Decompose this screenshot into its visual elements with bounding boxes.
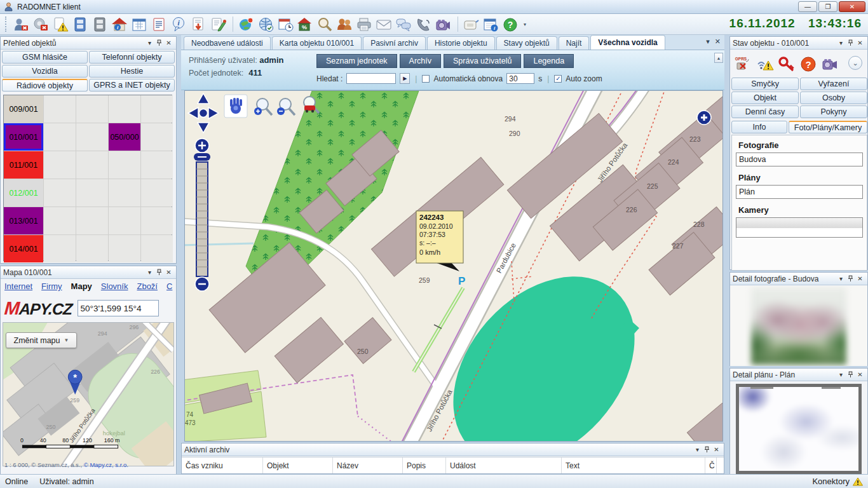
document-download-icon[interactable]	[189, 16, 207, 33]
object-cell-empty[interactable]	[141, 95, 173, 123]
info-balloon-icon[interactable]: i	[170, 16, 187, 33]
panel-caret-icon[interactable]: ▾	[836, 370, 846, 379]
state-button-2[interactable]: Vyřazení	[800, 78, 867, 90]
panel-pin-icon[interactable]	[846, 274, 855, 283]
auto-zoom-checkbox[interactable]: ✓	[554, 75, 562, 83]
mapycz-logo[interactable]: MAPY.CZ	[4, 298, 73, 319]
globe-check-icon[interactable]	[257, 16, 274, 33]
panel-caret-icon[interactable]: ▾	[693, 445, 702, 454]
state-tab-1[interactable]: Info	[731, 121, 787, 133]
archive-blue-icon[interactable]	[71, 16, 88, 33]
expand-chevron-button[interactable]: ⌄	[848, 56, 862, 70]
phone-icon[interactable]	[414, 16, 431, 33]
object-cell-empty[interactable]	[141, 151, 173, 179]
calendar-info-icon[interactable]: i	[482, 16, 499, 33]
object-cell-empty[interactable]	[76, 179, 108, 207]
object-photo[interactable]	[751, 287, 846, 365]
mapycz-link-6[interactable]: C	[166, 281, 172, 291]
object-cell-empty[interactable]	[109, 179, 140, 207]
objects-tab-4[interactable]: Hestie	[89, 65, 175, 78]
auto-refresh-checkbox[interactable]	[422, 75, 430, 83]
object-cell-empty[interactable]	[76, 235, 108, 262]
document-edit-icon[interactable]	[209, 16, 226, 33]
vehicle-tooltip[interactable]: 242243 09.02.2010 07:37:53 s: –:– 0 km/h	[416, 211, 463, 271]
panel-close-icon[interactable]: ✕	[164, 39, 173, 48]
calendar-clock-icon[interactable]	[276, 16, 294, 33]
chat-bubbles-icon[interactable]	[395, 16, 412, 33]
archive-gray-icon[interactable]	[91, 16, 108, 33]
state-button-6[interactable]: Pokyny	[800, 105, 867, 118]
panel-close-icon[interactable]: ✕	[712, 445, 721, 454]
status-question-icon[interactable]: ?	[799, 54, 818, 73]
object-cell-empty[interactable]	[76, 207, 108, 234]
center-tab-6[interactable]: Najít	[559, 36, 590, 50]
printer-icon[interactable]	[355, 16, 372, 33]
object-cell-empty[interactable]	[44, 235, 76, 262]
change-map-button[interactable]: Změnit mapu▼	[6, 332, 77, 348]
mail-envelope-icon[interactable]	[375, 16, 392, 33]
archive-column-4[interactable]: Popis	[403, 458, 446, 473]
panel-pin-icon[interactable]	[846, 370, 855, 379]
panel-close-icon[interactable]: ✕	[164, 268, 173, 277]
center-tab-4[interactable]: Historie objektu	[427, 36, 495, 50]
mapycz-link[interactable]: © Mapy.cz, s.r.o.	[84, 461, 128, 468]
map-zoom-slider[interactable]	[194, 139, 210, 291]
panel-caret-icon[interactable]: ▾	[836, 39, 846, 48]
objects-tab-2[interactable]: Telefonní objekty	[89, 51, 175, 64]
report-document-icon[interactable]	[150, 16, 167, 33]
state-tab-2[interactable]: Foto/Plány/Kamery	[789, 121, 867, 133]
search-icon[interactable]	[316, 16, 333, 33]
panel-caret-icon[interactable]: ▾	[836, 274, 846, 283]
panel-pin-icon[interactable]	[154, 268, 164, 277]
object-cell-009/001[interactable]: 009/001	[4, 95, 43, 123]
archive-column-6[interactable]: Text	[562, 458, 705, 473]
tab-pin-icon[interactable]: ▾	[706, 37, 710, 46]
object-cell-empty[interactable]	[76, 123, 108, 151]
mapycz-link-5[interactable]: Zboží	[137, 281, 158, 291]
sound-mute-icon[interactable]	[32, 16, 49, 33]
object-plan[interactable]	[736, 384, 862, 474]
state-button-3[interactable]: Objekt	[731, 92, 799, 104]
photo-list-item[interactable]: Budova	[736, 152, 863, 166]
camera-purple-icon[interactable]	[820, 54, 839, 73]
center-tab-5[interactable]: Stavy objektů	[496, 36, 557, 50]
home-percent-icon[interactable]: %	[296, 16, 313, 33]
state-button-1[interactable]: Smyčky	[731, 78, 799, 90]
center-tab-7[interactable]: Všechna vozidla	[590, 35, 665, 50]
keyboard-key-icon[interactable]	[462, 16, 479, 33]
header-button-3[interactable]: Správa uživatelů	[444, 54, 521, 68]
object-cell-empty[interactable]	[76, 95, 108, 123]
panel-close-icon[interactable]: ✕	[855, 274, 865, 283]
signal-warning-icon[interactable]	[756, 54, 775, 73]
globe-marker-icon[interactable]	[237, 16, 254, 33]
object-cell-010/001[interactable]: 010/001	[4, 123, 43, 151]
center-tab-2[interactable]: Karta objektu 010/001	[272, 36, 362, 50]
connectors-status[interactable]: Konektory	[812, 477, 863, 486]
plan-list-item[interactable]: Plán	[736, 185, 863, 199]
object-cell-empty[interactable]	[44, 179, 76, 207]
minimize-button[interactable]: —	[798, 1, 817, 12]
panel-close-icon[interactable]: ✕	[855, 39, 865, 48]
users-icon[interactable]	[336, 16, 353, 33]
object-cell-empty[interactable]	[141, 235, 173, 262]
archive-column-5[interactable]: Událost	[446, 458, 562, 473]
object-cell-empty[interactable]	[141, 123, 173, 151]
object-cell-empty[interactable]	[141, 179, 173, 207]
header-button-4[interactable]: Legenda	[524, 54, 574, 68]
objects-tab-3[interactable]: Vozidla	[2, 65, 88, 78]
objects-tab-5[interactable]: Rádiové objekty	[2, 79, 88, 92]
object-cell-empty[interactable]	[76, 151, 108, 179]
objects-tab-1[interactable]: GSM hlásiče	[2, 51, 88, 64]
close-button[interactable]: ✕	[839, 1, 865, 12]
gprs-error-icon[interactable]: GPRS	[734, 54, 753, 73]
calendar-grid-icon[interactable]	[130, 16, 147, 33]
object-cell-empty[interactable]	[141, 207, 173, 234]
coordinates-input[interactable]: 50°3'1,599 15°4	[78, 300, 159, 316]
mapycz-link-4[interactable]: Slovník	[101, 281, 128, 291]
user-disconnect-icon[interactable]	[12, 16, 29, 33]
toolbar-overflow-icon[interactable]: ▾	[521, 16, 529, 33]
object-cell-empty[interactable]	[109, 151, 140, 179]
map-canvas[interactable]: 294 290 223 224 225 226 228 227 259 250 …	[185, 91, 723, 442]
object-cell-013/001[interactable]: 013/001	[4, 207, 43, 234]
restore-button[interactable]: ❐	[818, 1, 837, 12]
